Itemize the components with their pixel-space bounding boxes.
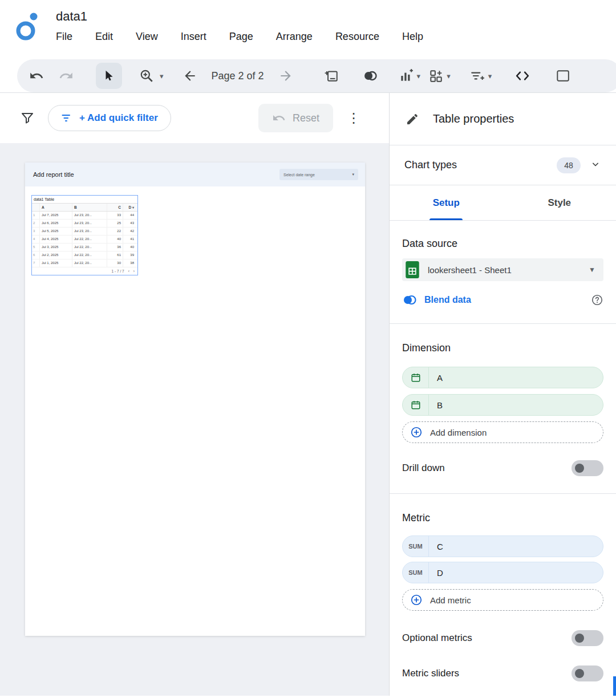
next-page-button[interactable]	[274, 64, 297, 87]
looker-studio-logo-icon[interactable]	[15, 11, 41, 43]
menu-view[interactable]: View	[136, 31, 158, 43]
column-header-c[interactable]: C	[107, 204, 123, 211]
add-metric-button[interactable]: Add metric	[402, 589, 603, 611]
table-row: 1 Jul 7, 2025 Jul 23, 20... 33 44	[32, 212, 137, 220]
column-header-a[interactable]: A	[40, 204, 72, 211]
drill-down-toggle[interactable]	[572, 460, 603, 476]
optional-metrics-label: Optional metrics	[402, 632, 472, 644]
table-pagination: 1 - 7 / 7 ‹ ›	[32, 267, 137, 275]
add-chart-button[interactable]: ▾	[399, 64, 421, 87]
more-options-kebab-icon[interactable]: ⋮	[347, 110, 360, 126]
pagination-range: 1 - 7 / 7	[112, 269, 124, 273]
toggle-knob	[575, 669, 584, 678]
undo-icon	[29, 68, 44, 83]
menu-bar: File Edit View Insert Page Arrange Resou…	[56, 31, 423, 43]
page-indicator[interactable]: Page 2 of 2	[212, 70, 264, 82]
code-icon	[514, 68, 530, 84]
row-number-header	[32, 204, 40, 211]
menu-resource[interactable]: Resource	[335, 31, 379, 43]
filter-bar: + Add quick filter Reset ⋮	[0, 93, 389, 143]
report-title-placeholder[interactable]: Add report title	[33, 171, 74, 178]
add-control-icon	[428, 68, 443, 83]
blend-data-icon	[402, 294, 417, 306]
app-header: data1 File Edit View Insert Page Arrange…	[0, 0, 616, 57]
menu-insert[interactable]: Insert	[181, 31, 206, 43]
data-source-selector[interactable]: lookersheet1 - Sheet1 ▼	[402, 258, 603, 281]
quick-filter-lines-icon	[61, 112, 72, 124]
partial-toolbar-icon[interactable]	[551, 64, 574, 87]
add-dimension-label: Add dimension	[430, 428, 487, 437]
add-quick-filter-label: + Add quick filter	[79, 112, 158, 124]
chart-types-chevron-icon[interactable]	[590, 159, 601, 172]
setup-style-tabs: Setup Style	[390, 185, 616, 221]
add-chart-dropdown-caret-icon[interactable]: ▾	[417, 72, 421, 80]
active-tab-underline	[429, 218, 463, 220]
dimension-chip-b[interactable]: B	[402, 394, 603, 416]
undo-button[interactable]	[25, 64, 48, 87]
menu-file[interactable]: File	[56, 31, 72, 43]
tab-setup[interactable]: Setup	[390, 185, 503, 220]
zoom-tool-button[interactable]: ▾	[139, 64, 164, 87]
metric-chip-d[interactable]: SUM D	[402, 562, 603, 583]
metric-sliders-toggle[interactable]	[572, 665, 603, 681]
zoom-dropdown-caret-icon[interactable]: ▾	[160, 72, 164, 80]
funnel-icon[interactable]	[21, 111, 34, 125]
pagination-next-icon[interactable]: ›	[133, 269, 135, 273]
table-row: 6 Jul 2, 2025 Jul 22, 20... 61 39	[32, 251, 137, 259]
optional-metrics-toggle[interactable]	[572, 630, 603, 646]
blend-data-link[interactable]: Blend data	[424, 295, 471, 305]
properties-header: Table properties	[390, 93, 616, 145]
add-control-button[interactable]: ▾	[428, 64, 451, 87]
add-dimension-button[interactable]: Add dimension	[402, 421, 603, 443]
report-page[interactable]: Add report title Select date range ▾ dat…	[25, 163, 365, 636]
chart-types-row[interactable]: Chart types 48	[390, 145, 616, 185]
column-header-d[interactable]: D ▾	[123, 204, 136, 211]
table-row: 7 Jul 1, 2025 Jul 22, 20... 30 38	[32, 259, 137, 267]
properties-panel: Table properties Chart types 48 Setup St…	[390, 93, 616, 696]
table-row: 5 Jul 3, 2025 Jul 22, 20... 36 40	[32, 244, 137, 251]
blend-button[interactable]	[359, 64, 382, 87]
help-icon[interactable]	[591, 294, 603, 306]
add-filter-button[interactable]: ▾	[470, 64, 492, 87]
embed-code-button[interactable]	[511, 64, 534, 87]
metric-chip-label: D	[429, 568, 443, 578]
chart-types-count-badge: 48	[557, 157, 581, 173]
data-source-heading: Data source	[402, 238, 603, 250]
blend-data-row: Blend data	[402, 294, 603, 306]
column-header-b[interactable]: B	[72, 204, 107, 211]
properties-title: Table properties	[433, 112, 514, 125]
document-title[interactable]: data1	[56, 9, 423, 24]
date-range-control[interactable]: Select date range ▾	[279, 169, 358, 180]
add-filter-dropdown-caret-icon[interactable]: ▾	[488, 72, 492, 80]
pagination-prev-icon[interactable]: ‹	[128, 269, 129, 273]
drill-down-row: Drill down	[402, 460, 603, 476]
metric-chip-c[interactable]: SUM C	[402, 535, 603, 557]
select-tool-button[interactable]	[96, 63, 122, 89]
scrollbar-thumb[interactable]	[613, 676, 616, 696]
data1-table-chart[interactable]: data1 Table A B C D ▾ 1 Jul 7, 2025 Jul …	[31, 195, 138, 275]
add-control-dropdown-caret-icon[interactable]: ▾	[447, 72, 451, 80]
dimension-heading: Dimension	[402, 342, 603, 354]
table-row: 3 Jul 5, 2025 Jul 23, 20... 22 42	[32, 228, 137, 236]
menu-arrange[interactable]: Arrange	[276, 31, 313, 43]
add-page-button[interactable]	[320, 64, 343, 87]
previous-page-button[interactable]	[179, 64, 201, 87]
aggregation-badge[interactable]: SUM	[403, 562, 429, 583]
menu-edit[interactable]: Edit	[95, 31, 113, 43]
date-range-label: Select date range	[283, 173, 315, 177]
menu-page[interactable]: Page	[229, 31, 253, 43]
redo-button[interactable]	[55, 64, 78, 87]
aggregation-badge[interactable]: SUM	[403, 536, 429, 557]
dimension-chip-label: A	[429, 373, 443, 383]
add-quick-filter-button[interactable]: + Add quick filter	[48, 105, 171, 131]
blend-icon	[362, 68, 378, 84]
menu-help[interactable]: Help	[402, 31, 423, 43]
report-canvas[interactable]: Add report title Select date range ▾ dat…	[0, 143, 389, 696]
reset-undo-icon	[272, 111, 286, 125]
dimension-chip-a[interactable]: A	[402, 367, 603, 388]
table-chart-title: data1 Table	[32, 196, 137, 203]
sort-caret-icon: ▾	[132, 206, 134, 209]
reset-button[interactable]: Reset	[258, 104, 333, 132]
tab-style[interactable]: Style	[503, 185, 616, 220]
metric-heading: Metric	[402, 512, 603, 524]
